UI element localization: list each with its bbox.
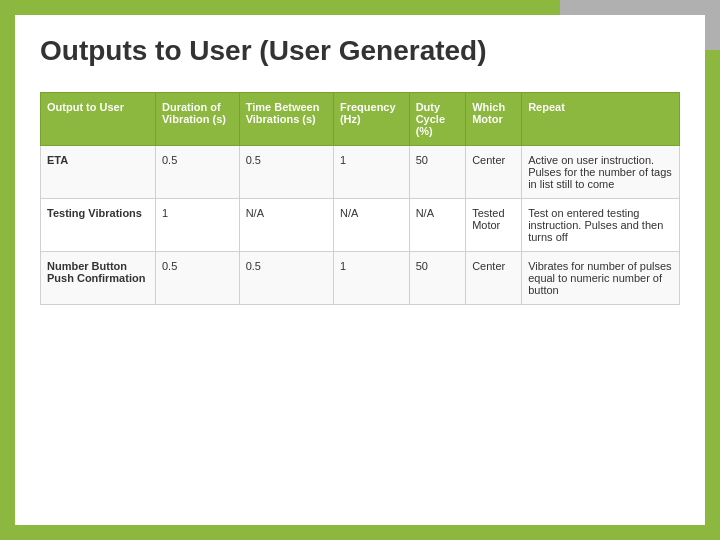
cell-duty-cycle-3: 50: [409, 252, 466, 305]
cell-which-motor-3: Center: [466, 252, 522, 305]
content-area: Outputs to User (User Generated) Output …: [15, 15, 705, 525]
table-wrapper: Output to User Duration of Vibration (s)…: [15, 82, 705, 325]
cell-frequency-2: N/A: [333, 199, 409, 252]
cell-time-between-2: N/A: [239, 199, 333, 252]
col-header-output: Output to User: [41, 93, 156, 146]
cell-which-motor-1: Center: [466, 146, 522, 199]
col-header-frequency: Frequency (Hz): [333, 93, 409, 146]
cell-output-1: ETA: [41, 146, 156, 199]
main-container: Outputs to User (User Generated) Output …: [0, 0, 720, 540]
cell-time-between-3: 0.5: [239, 252, 333, 305]
cell-output-2: Testing Vibrations: [41, 199, 156, 252]
cell-repeat-1: Active on user instruction. Pulses for t…: [522, 146, 680, 199]
col-header-duration: Duration of Vibration (s): [155, 93, 239, 146]
col-header-duty-cycle: Duty Cycle (%): [409, 93, 466, 146]
table-header-row: Output to User Duration of Vibration (s)…: [41, 93, 680, 146]
table-row: Number Button Push Confirmation 0.5 0.5 …: [41, 252, 680, 305]
table-row: Testing Vibrations 1 N/A N/A N/A Tested …: [41, 199, 680, 252]
cell-frequency-1: 1: [333, 146, 409, 199]
table-row: ETA 0.5 0.5 1 50 Center Active on user i…: [41, 146, 680, 199]
cell-frequency-3: 1: [333, 252, 409, 305]
col-header-repeat: Repeat: [522, 93, 680, 146]
cell-repeat-2: Test on entered testing instruction. Pul…: [522, 199, 680, 252]
cell-duration-3: 0.5: [155, 252, 239, 305]
cell-duration-2: 1: [155, 199, 239, 252]
col-header-time-between: Time Between Vibrations (s): [239, 93, 333, 146]
cell-duration-1: 0.5: [155, 146, 239, 199]
cell-duty-cycle-2: N/A: [409, 199, 466, 252]
cell-repeat-3: Vibrates for number of pulses equal to n…: [522, 252, 680, 305]
cell-output-3: Number Button Push Confirmation: [41, 252, 156, 305]
outputs-table: Output to User Duration of Vibration (s)…: [40, 92, 680, 305]
page-title: Outputs to User (User Generated): [15, 15, 705, 82]
col-header-which-motor: Which Motor: [466, 93, 522, 146]
cell-duty-cycle-1: 50: [409, 146, 466, 199]
cell-time-between-1: 0.5: [239, 146, 333, 199]
cell-which-motor-2: Tested Motor: [466, 199, 522, 252]
